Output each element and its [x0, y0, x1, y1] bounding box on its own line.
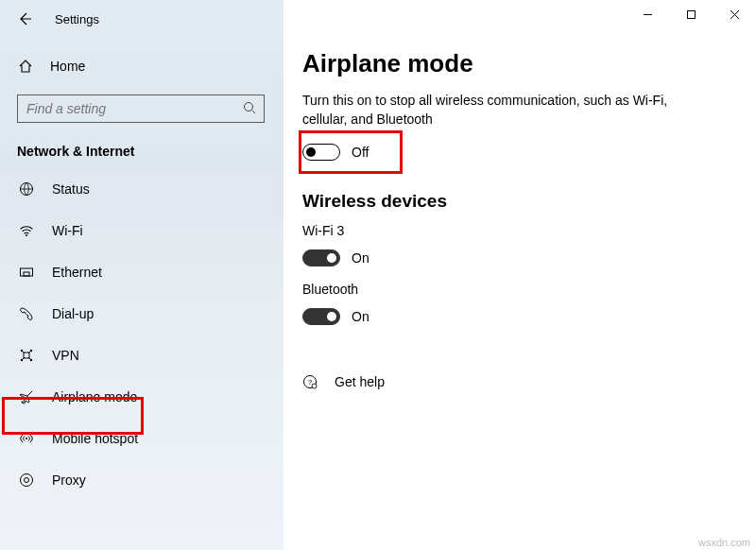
wireless-devices-header: Wireless devices [302, 191, 756, 212]
sidebar-item-ethernet[interactable]: Ethernet [0, 251, 284, 293]
sidebar-home[interactable]: Home [0, 47, 284, 85]
vpn-icon [18, 347, 35, 364]
device-bluetooth: Bluetooth On [302, 282, 756, 327]
svg-rect-15 [687, 10, 695, 18]
sidebar: Settings Home Network & Internet [0, 0, 284, 550]
sidebar-item-dialup[interactable]: Dial-up [0, 293, 284, 335]
sidebar-item-proxy[interactable]: Proxy [0, 459, 284, 501]
get-help-link[interactable]: ? Get help [302, 374, 756, 389]
airplane-toggle-row: Off [302, 142, 756, 163]
back-button[interactable] [17, 11, 38, 26]
dialup-icon [18, 305, 35, 322]
titlebar: Settings [0, 0, 284, 38]
category-header: Network & Internet [17, 144, 284, 159]
airplane-toggle-state: Off [352, 145, 369, 160]
maximize-button[interactable] [669, 0, 713, 28]
window-title: Settings [55, 12, 99, 26]
home-icon [18, 59, 33, 74]
svg-line-1 [252, 111, 256, 114]
sidebar-item-status[interactable]: Status [0, 168, 284, 210]
device-name: Wi-Fi 3 [302, 223, 756, 238]
svg-point-13 [25, 478, 29, 483]
device-wifi3: Wi-Fi 3 On [302, 223, 756, 268]
svg-point-18 [312, 384, 317, 388]
device-toggle-row: On [302, 248, 756, 268]
sidebar-item-airplane[interactable]: Airplane mode [0, 376, 284, 418]
page-title: Airplane mode [302, 49, 756, 78]
help-icon: ? [302, 374, 319, 389]
svg-point-0 [245, 103, 253, 112]
device-toggle-row: On [302, 306, 756, 327]
search-input[interactable] [17, 95, 265, 123]
close-button[interactable] [713, 0, 756, 28]
wifi-icon [18, 222, 35, 239]
sidebar-item-label: Dial-up [52, 306, 94, 321]
wifi3-toggle[interactable] [302, 249, 340, 266]
watermark: wsxdn.com [698, 537, 750, 548]
svg-point-12 [21, 474, 33, 487]
airplane-icon [18, 388, 35, 405]
main-content: Airplane mode Turn this on to stop all w… [302, 28, 756, 550]
sidebar-item-label: Airplane mode [52, 389, 137, 404]
sidebar-item-label: Proxy [52, 473, 86, 488]
device-name: Bluetooth [302, 282, 756, 297]
minimize-button[interactable] [626, 0, 669, 28]
bluetooth-toggle-state: On [352, 309, 369, 324]
sidebar-item-label: Wi-Fi [52, 223, 83, 238]
page-description: Turn this on to stop all wireless commun… [302, 92, 709, 129]
wifi3-toggle-state: On [352, 250, 369, 266]
search-icon [243, 101, 257, 115]
get-help-label: Get help [335, 374, 385, 389]
bluetooth-toggle[interactable] [302, 308, 340, 325]
status-icon [18, 180, 35, 198]
sidebar-item-label: Ethernet [52, 265, 102, 280]
svg-point-11 [26, 438, 27, 439]
sidebar-item-wifi[interactable]: Wi-Fi [0, 210, 284, 251]
sidebar-item-label: Status [52, 181, 90, 197]
sidebar-item-label: VPN [52, 348, 79, 363]
airplane-toggle[interactable] [302, 144, 340, 161]
hotspot-icon [18, 430, 35, 447]
ethernet-icon [18, 264, 35, 281]
sidebar-item-hotspot[interactable]: Mobile hotspot [0, 418, 284, 459]
svg-point-3 [26, 234, 27, 236]
svg-rect-5 [24, 272, 29, 276]
proxy-icon [18, 472, 35, 489]
nav-list: Status Wi-Fi Ethernet [0, 168, 284, 501]
sidebar-home-label: Home [50, 59, 85, 74]
window-controls [626, 0, 756, 28]
search-field[interactable] [25, 95, 232, 123]
sidebar-item-vpn[interactable]: VPN [0, 335, 284, 376]
sidebar-item-label: Mobile hotspot [52, 431, 138, 446]
